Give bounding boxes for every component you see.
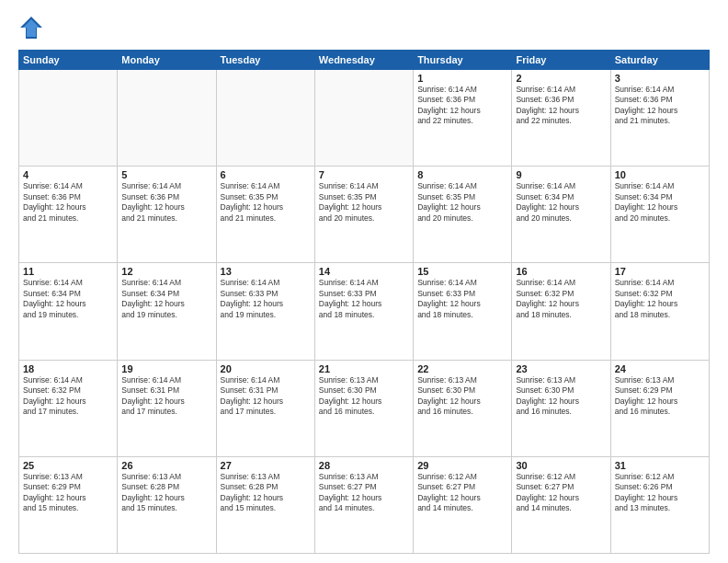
day-number: 6	[221, 169, 311, 180]
logo	[18, 15, 48, 40]
calendar-cell: 19Sunrise: 6:14 AMSunset: 6:31 PMDayligh…	[118, 360, 216, 456]
day-info: Sunrise: 6:12 AMSunset: 6:27 PMDaylight:…	[417, 472, 507, 514]
day-info: Sunrise: 6:12 AMSunset: 6:26 PMDaylight:…	[615, 472, 705, 514]
day-number: 5	[121, 169, 211, 180]
day-number: 15	[417, 266, 507, 277]
calendar-cell	[19, 70, 118, 167]
day-info: Sunrise: 6:14 AMSunset: 6:34 PMDaylight:…	[615, 181, 705, 224]
day-number: 31	[615, 460, 705, 471]
day-info: Sunrise: 6:14 AMSunset: 6:36 PMDaylight:…	[121, 181, 211, 224]
day-number: 11	[23, 266, 113, 277]
day-number: 7	[319, 169, 409, 180]
day-info: Sunrise: 6:14 AMSunset: 6:36 PMDaylight:…	[516, 85, 606, 127]
day-info: Sunrise: 6:13 AMSunset: 6:30 PMDaylight:…	[319, 375, 409, 418]
day-info: Sunrise: 6:13 AMSunset: 6:28 PMDaylight:…	[121, 472, 211, 514]
day-info: Sunrise: 6:13 AMSunset: 6:28 PMDaylight:…	[221, 472, 311, 514]
day-info: Sunrise: 6:14 AMSunset: 6:31 PMDaylight:…	[221, 375, 311, 418]
day-info: Sunrise: 6:14 AMSunset: 6:32 PMDaylight:…	[615, 278, 705, 320]
day-number: 23	[516, 363, 606, 374]
col-header-monday: Monday	[118, 51, 216, 70]
calendar-cell	[216, 70, 314, 167]
day-info: Sunrise: 6:13 AMSunset: 6:30 PMDaylight:…	[417, 375, 507, 418]
col-header-wednesday: Wednesday	[314, 51, 413, 70]
calendar-cell: 2Sunrise: 6:14 AMSunset: 6:36 PMDaylight…	[512, 70, 610, 167]
col-header-sunday: Sunday	[19, 51, 118, 70]
calendar-cell: 21Sunrise: 6:13 AMSunset: 6:30 PMDayligh…	[314, 360, 413, 456]
calendar-cell: 5Sunrise: 6:14 AMSunset: 6:36 PMDaylight…	[118, 167, 216, 263]
calendar-cell: 25Sunrise: 6:13 AMSunset: 6:29 PMDayligh…	[19, 456, 118, 553]
day-number: 2	[516, 73, 606, 84]
calendar-table: SundayMondayTuesdayWednesdayThursdayFrid…	[18, 50, 710, 554]
svg-marker-1	[23, 19, 40, 37]
week-row-5: 25Sunrise: 6:13 AMSunset: 6:29 PMDayligh…	[19, 456, 710, 553]
calendar-cell: 29Sunrise: 6:12 AMSunset: 6:27 PMDayligh…	[414, 456, 512, 553]
calendar-cell: 10Sunrise: 6:14 AMSunset: 6:34 PMDayligh…	[610, 167, 709, 263]
calendar-header-row: SundayMondayTuesdayWednesdayThursdayFrid…	[19, 51, 710, 70]
calendar-cell: 11Sunrise: 6:14 AMSunset: 6:34 PMDayligh…	[19, 263, 118, 360]
calendar-cell: 17Sunrise: 6:14 AMSunset: 6:32 PMDayligh…	[610, 263, 709, 360]
day-info: Sunrise: 6:13 AMSunset: 6:29 PMDaylight:…	[23, 472, 113, 514]
calendar-cell: 8Sunrise: 6:14 AMSunset: 6:35 PMDaylight…	[414, 167, 512, 263]
day-number: 26	[121, 460, 211, 471]
day-info: Sunrise: 6:14 AMSunset: 6:36 PMDaylight:…	[615, 85, 705, 127]
day-info: Sunrise: 6:13 AMSunset: 6:29 PMDaylight:…	[615, 375, 705, 418]
day-number: 18	[23, 363, 113, 374]
day-number: 13	[221, 266, 311, 277]
day-info: Sunrise: 6:14 AMSunset: 6:36 PMDaylight:…	[23, 181, 113, 224]
week-row-3: 11Sunrise: 6:14 AMSunset: 6:34 PMDayligh…	[19, 263, 710, 360]
day-number: 21	[319, 363, 409, 374]
day-info: Sunrise: 6:14 AMSunset: 6:35 PMDaylight:…	[417, 181, 507, 224]
calendar-cell: 26Sunrise: 6:13 AMSunset: 6:28 PMDayligh…	[118, 456, 216, 553]
day-info: Sunrise: 6:14 AMSunset: 6:32 PMDaylight:…	[23, 375, 113, 418]
calendar-cell: 15Sunrise: 6:14 AMSunset: 6:33 PMDayligh…	[414, 263, 512, 360]
day-number: 29	[417, 460, 507, 471]
day-info: Sunrise: 6:14 AMSunset: 6:33 PMDaylight:…	[221, 278, 311, 320]
day-info: Sunrise: 6:12 AMSunset: 6:27 PMDaylight:…	[516, 472, 606, 514]
week-row-2: 4Sunrise: 6:14 AMSunset: 6:36 PMDaylight…	[19, 167, 710, 263]
day-number: 3	[615, 73, 705, 84]
calendar-cell: 30Sunrise: 6:12 AMSunset: 6:27 PMDayligh…	[512, 456, 610, 553]
calendar-cell: 24Sunrise: 6:13 AMSunset: 6:29 PMDayligh…	[610, 360, 709, 456]
day-info: Sunrise: 6:13 AMSunset: 6:27 PMDaylight:…	[319, 472, 409, 514]
day-number: 28	[319, 460, 409, 471]
calendar-cell: 16Sunrise: 6:14 AMSunset: 6:32 PMDayligh…	[512, 263, 610, 360]
calendar-cell: 20Sunrise: 6:14 AMSunset: 6:31 PMDayligh…	[216, 360, 314, 456]
day-number: 22	[417, 363, 507, 374]
day-number: 24	[615, 363, 705, 374]
calendar-cell: 12Sunrise: 6:14 AMSunset: 6:34 PMDayligh…	[118, 263, 216, 360]
calendar-cell: 7Sunrise: 6:14 AMSunset: 6:35 PMDaylight…	[314, 167, 413, 263]
day-info: Sunrise: 6:14 AMSunset: 6:34 PMDaylight:…	[23, 278, 113, 320]
calendar-cell: 31Sunrise: 6:12 AMSunset: 6:26 PMDayligh…	[610, 456, 709, 553]
col-header-tuesday: Tuesday	[216, 51, 314, 70]
week-row-4: 18Sunrise: 6:14 AMSunset: 6:32 PMDayligh…	[19, 360, 710, 456]
day-number: 17	[615, 266, 705, 277]
day-info: Sunrise: 6:14 AMSunset: 6:32 PMDaylight:…	[516, 278, 606, 320]
day-number: 19	[121, 363, 211, 374]
week-row-1: 1Sunrise: 6:14 AMSunset: 6:36 PMDaylight…	[19, 70, 710, 167]
page: SundayMondayTuesdayWednesdayThursdayFrid…	[0, 0, 728, 563]
calendar-cell: 6Sunrise: 6:14 AMSunset: 6:35 PMDaylight…	[216, 167, 314, 263]
day-info: Sunrise: 6:14 AMSunset: 6:31 PMDaylight:…	[121, 375, 211, 418]
col-header-saturday: Saturday	[610, 51, 709, 70]
calendar-cell: 22Sunrise: 6:13 AMSunset: 6:30 PMDayligh…	[414, 360, 512, 456]
day-number: 27	[221, 460, 311, 471]
day-info: Sunrise: 6:14 AMSunset: 6:35 PMDaylight:…	[221, 181, 311, 224]
calendar-cell: 3Sunrise: 6:14 AMSunset: 6:36 PMDaylight…	[610, 70, 709, 167]
calendar-cell: 1Sunrise: 6:14 AMSunset: 6:36 PMDaylight…	[414, 70, 512, 167]
day-number: 25	[23, 460, 113, 471]
day-number: 10	[615, 169, 705, 180]
calendar-cell	[118, 70, 216, 167]
calendar-cell: 13Sunrise: 6:14 AMSunset: 6:33 PMDayligh…	[216, 263, 314, 360]
day-info: Sunrise: 6:14 AMSunset: 6:33 PMDaylight:…	[319, 278, 409, 320]
calendar-cell: 28Sunrise: 6:13 AMSunset: 6:27 PMDayligh…	[314, 456, 413, 553]
day-number: 20	[221, 363, 311, 374]
day-number: 16	[516, 266, 606, 277]
header	[18, 15, 710, 40]
calendar-cell: 14Sunrise: 6:14 AMSunset: 6:33 PMDayligh…	[314, 263, 413, 360]
calendar-cell: 18Sunrise: 6:14 AMSunset: 6:32 PMDayligh…	[19, 360, 118, 456]
logo-icon	[18, 15, 44, 40]
day-number: 9	[516, 169, 606, 180]
day-number: 1	[417, 73, 507, 84]
day-number: 8	[417, 169, 507, 180]
day-number: 12	[121, 266, 211, 277]
